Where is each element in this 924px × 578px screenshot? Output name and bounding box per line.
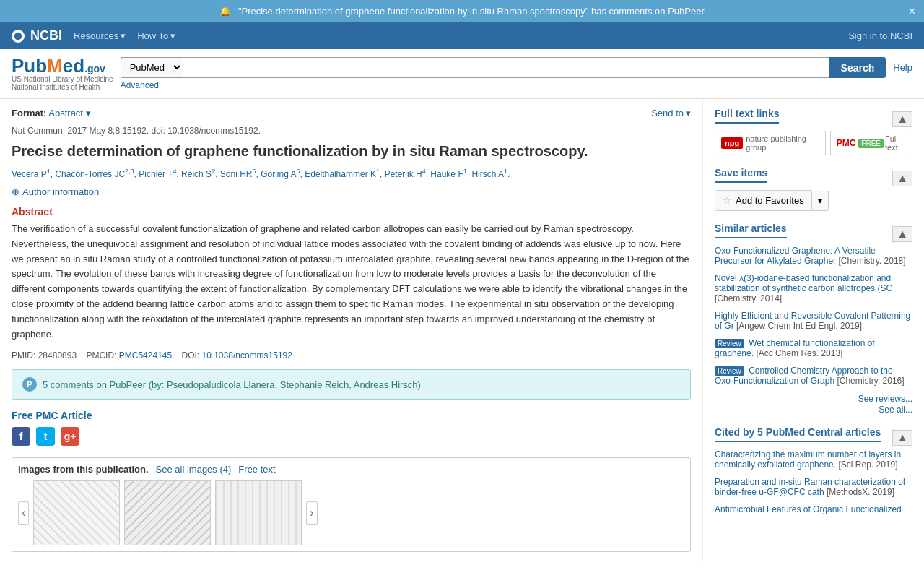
similar-article-link-2[interactable]: Novel λ(3)-iodane-based functionalizatio… [715,273,892,293]
pubmed-logo: PubMed.gov [12,56,113,75]
npg-label: nature publishing group [746,134,819,152]
googleplus-share-button[interactable]: g+ [61,427,79,446]
prev-image-button[interactable]: ‹ [18,501,29,525]
author-link[interactable]: Peterlik H4 [385,169,426,179]
free-text-link[interactable]: Free text [238,464,275,475]
cited-article-source-1: [Sci Rep. 2019] [838,460,897,470]
advanced-search-link[interactable]: Advanced [121,80,886,90]
author-info-toggle[interactable]: ⊕ Author information [12,186,691,197]
pubpeer-text: 5 comments on PubPeer (by: Pseudopaludic… [43,379,421,390]
article-title: Precise determination of graphene functi… [12,142,691,160]
next-image-button[interactable]: › [306,501,317,525]
full-text-scroll-up[interactable]: ▲ [892,111,912,127]
similar-article-source-5: [Chemistry. 2016] [837,376,904,386]
format-label: Format: [12,108,46,118]
image-thumb-2[interactable] [124,480,211,545]
cited-article-source-2: [MethodsX. 2019] [827,487,894,497]
pubmed-header: PubMed.gov US National Library of Medici… [0,49,924,99]
free-badge: FREE [858,139,884,148]
author-link[interactable]: Hauke F1 [430,169,466,179]
similar-article-5: Review Controlled Chemistry Approach to … [715,366,912,386]
see-reviews-link[interactable]: See reviews... [858,394,912,404]
cited-scroll-up[interactable]: ▲ [892,430,912,446]
ncbi-nav: NCBI Resources ▾ How To ▾ Sign in to NCB… [0,22,924,49]
pmc-link-button[interactable]: PMC FREE Full text [830,131,912,155]
article-source: Nat Commun. 2017 May 8;8:15192. doi: 10.… [12,126,691,136]
free-pmc-label: Free PMC Article [12,410,691,421]
svg-point-0 [14,32,22,39]
resources-chevron-icon: ▾ [121,30,126,41]
similar-article-source-4: [Acc Chem Res. 2013] [756,348,842,358]
pubmed-logo-area: PubMed.gov US National Library of Medici… [12,56,113,91]
author-link[interactable]: Chacón-Torres JC2,3 [55,169,134,179]
similar-article-1: Oxo-Functionalized Graphene: A Versatile… [715,246,912,266]
similar-scroll-up[interactable]: ▲ [892,226,912,242]
review-badge-5: Review [715,366,744,376]
save-items-scroll-up[interactable]: ▲ [892,171,912,186]
author-link[interactable]: Reich S2 [181,169,215,179]
cited-article-2: Preparation and in-situ Raman characteri… [715,477,912,497]
save-items-section: Save items ▲ ☆ Add to Favorites ▾ [715,167,912,211]
send-to-button[interactable]: Send to ▾ [651,108,691,118]
main-content: Format: Abstract ▾ Send to ▾ Nat Commun.… [0,99,924,561]
author-link[interactable]: Hirsch A1 [471,169,507,179]
format-value[interactable]: Abstract ▾ [48,108,90,118]
author-link[interactable]: Pichler T4 [139,169,176,179]
favorites-dropdown-button[interactable]: ▾ [812,191,829,211]
image-thumb-3[interactable] [215,480,302,545]
abstract-label: Abstract [12,206,691,217]
sign-in-link[interactable]: Sign in to NCBI [848,30,912,41]
pubmed-logo-rest: ed.gov [63,55,105,77]
notification-bar: 🔔 "Precise determination of graphene fun… [0,0,924,22]
author-link[interactable]: Vecera P1 [12,169,51,179]
full-text-section: Full text links ▲ npg nature publishing … [715,108,912,155]
search-input[interactable] [183,57,829,78]
pmcid-link[interactable]: PMC5424145 [119,350,172,361]
help-link[interactable]: Help [893,62,912,73]
authors: Vecera P1, Chacón-Torres JC2,3, Pichler … [12,168,691,179]
sidebar: Full text links ▲ npg nature publishing … [703,99,912,561]
howto-menu[interactable]: How To ▾ [137,30,175,41]
author-link[interactable]: Soni HR5 [220,169,256,179]
format-chevron-icon: ▾ [86,108,91,118]
notification-text: "Precise determination of graphene funct… [238,6,705,17]
author-link[interactable]: Edelthalhammer K1 [305,169,380,179]
send-to-chevron-icon: ▾ [686,108,691,118]
image-thumb-1[interactable] [33,480,120,545]
close-notification-button[interactable]: × [909,5,915,18]
see-links: See reviews... See all... [715,393,912,415]
similar-article-3: Highly Efficient and Reversible Covalent… [715,311,912,331]
search-select[interactable]: PubMed [121,57,183,78]
facebook-share-button[interactable]: f [12,427,30,446]
similar-article-source-1: [Chemistry. 2018] [838,256,905,266]
pubpeer-banner[interactable]: P 5 comments on PubPeer (by: Pseudopalud… [12,369,691,400]
save-items-title: Save items [715,167,767,183]
twitter-share-button[interactable]: t [36,427,55,446]
ncbi-logo-icon [12,30,25,43]
search-area: PubMed Search Advanced [121,57,886,90]
doi-link[interactable]: 10.1038/ncomms15192 [202,350,292,361]
see-all-images-link[interactable]: See all images (4) [156,464,232,475]
npg-link-button[interactable]: npg nature publishing group [715,131,826,155]
pmc-logo: PMC [837,138,856,148]
search-button[interactable]: Search [829,57,886,78]
resources-menu[interactable]: Resources ▾ [74,30,126,41]
cited-article-link-3[interactable]: Antimicrobial Features of Organic Functi… [715,504,902,514]
full-text-buttons: npg nature publishing group PMC FREE Ful… [715,131,912,155]
pubmed-subtitle-2: National Institutes of Health [12,83,113,91]
article-area: Format: Abstract ▾ Send to ▾ Nat Commun.… [12,99,703,561]
author-link[interactable]: Görling A5 [261,169,300,179]
similar-article-source-2: [Chemistry. 2014] [715,293,782,303]
similar-articles-title: Similar articles [715,223,787,238]
cited-article-1: Characterizing the maximum number of lay… [715,449,912,470]
add-to-favorites-button[interactable]: ☆ Add to Favorites [715,190,812,211]
article-ids: PMID: 28480893 PMCID: PMC5424145 DOI: 10… [12,350,691,361]
abstract-text: The verification of a successful covalen… [12,222,691,342]
pmc-full-text-label: Full text [885,134,906,152]
social-icons: f t g+ [12,427,691,446]
see-all-link[interactable]: See all... [879,405,912,415]
pubmed-subtitle-1: US National Library of Medicine [12,75,113,83]
npg-logo: npg [721,137,743,149]
images-header: Images from this publication. See all im… [18,464,684,475]
ncbi-nav-left: NCBI Resources ▾ How To ▾ [12,28,175,43]
